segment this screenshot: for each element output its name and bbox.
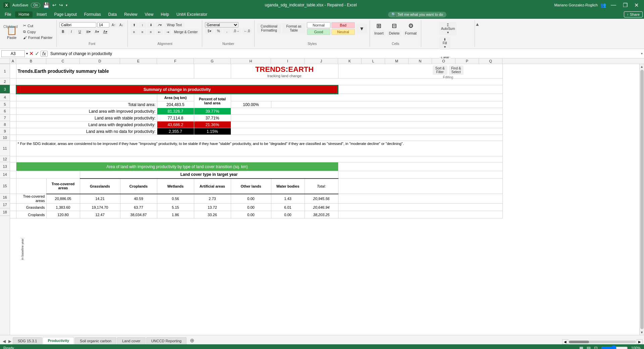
cell-land-cover-header[interactable]: Land cover type in target year [80,171,338,179]
cell-c15-header[interactable]: Tree-covered areas [46,179,80,194]
cell-h8-rest[interactable] [231,121,502,128]
autosave-toggle[interactable]: On [31,3,40,8]
cell-f7[interactable]: 77,114.8 [157,115,194,121]
col-header-c[interactable]: C [46,58,80,64]
cell-k18-rest[interactable] [338,211,502,218]
format-button[interactable]: Format [403,30,418,36]
sheet-nav-left[interactable]: ◀ [1,338,7,344]
align-bottom-button[interactable]: ⬇ [147,22,155,28]
row-num-15[interactable]: 15 [0,178,10,194]
cell-d16[interactable]: 14.21 [80,194,120,204]
zoom-slider[interactable] [601,345,628,349]
row-num-8[interactable]: 8 [0,121,10,128]
cell-b12-rest[interactable] [16,156,502,162]
grid-area[interactable]: Trends.Earth productivity summary table … [10,64,639,335]
vertical-scrollbar[interactable]: ▲ ▼ [639,64,644,335]
col-header-n[interactable]: N [409,58,432,64]
menu-help[interactable]: Help [157,11,172,17]
cell-k17-rest[interactable] [338,204,502,211]
cell-f17[interactable]: 5.15 [157,204,194,211]
formula-input[interactable]: Summary of change in productivity [49,51,640,57]
font-size-input[interactable] [97,22,109,28]
col-header-l[interactable]: L [362,58,385,64]
number-format-select[interactable]: General Number Currency Percentage [205,22,238,28]
cell-e5-label[interactable]: Total land area: [16,101,157,108]
comma-button[interactable]: , [223,28,230,34]
col-header-e[interactable]: E [120,58,157,64]
fill-button[interactable]: ⬇ Fill ▾ [439,37,450,50]
formula-cancel-icon[interactable]: ✕ [29,50,34,57]
redo-icon[interactable]: ↪ [59,2,63,8]
menu-home[interactable]: Home [15,11,33,17]
h-scroll-right[interactable]: ▶ [637,339,643,344]
cell-summary-header[interactable]: Summary of change in productivity [16,85,338,94]
cell-a9[interactable] [10,128,16,135]
cell-j18[interactable]: 38,203.25 [305,211,338,218]
cell-note[interactable]: * For the SDG indicator, areas are consi… [16,141,502,156]
scroll-up-button[interactable]: ▲ [640,64,644,69]
conditional-formatting-button[interactable]: Conditional Formatting [257,23,281,34]
col-header-g[interactable]: G [194,58,231,64]
cell-h6-rest[interactable] [231,108,502,115]
tab-productivity[interactable]: Productivity [43,337,74,344]
cell-j17[interactable]: 20,646.94 [305,204,338,211]
row-num-4[interactable]: 4 [0,94,10,101]
sheet-nav-right[interactable]: ▶ [7,338,13,344]
cell-a12[interactable] [10,156,16,162]
cell-g7[interactable]: 37.71% [194,115,231,121]
col-header-h[interactable]: H [231,58,271,64]
cell-a11[interactable] [10,141,16,156]
cell-reference-box[interactable]: A3 [1,50,25,57]
row-num-17[interactable]: 17 [0,201,10,208]
cell-a4[interactable] [10,94,16,101]
row-num-7[interactable]: 7 [0,114,10,121]
cell-g9[interactable]: 1.15% [194,128,231,135]
cell-h17[interactable]: 0.00 [231,204,271,211]
row-num-16[interactable]: 16 [0,194,10,201]
cell-c17[interactable]: 1,383.60 [46,204,80,211]
cell-b14[interactable] [16,171,80,179]
cell-j15[interactable]: Total: [305,179,338,194]
ribbon-collapse-button[interactable]: ▲ [475,21,480,27]
orientation-button[interactable]: ↗▾ [156,22,163,28]
cell-e16[interactable]: 40.59 [120,194,157,204]
menu-formulas[interactable]: Formulas [81,11,104,17]
cell-a3[interactable] [10,85,16,94]
cell-i17[interactable]: 6.01 [271,204,305,211]
cell-e7-label[interactable]: Land area with stable productivity: [16,115,157,121]
undo-icon[interactable]: ↩ [52,2,56,8]
cell-a13[interactable] [10,162,16,171]
decrease-font-button[interactable]: A↓ [118,22,125,28]
cell-f4[interactable]: Area (sq km) [157,94,194,101]
cell-a7[interactable] [10,115,16,121]
cell-g6[interactable]: 39.77% [194,108,231,115]
cell-a14[interactable] [10,171,16,179]
row-num-13[interactable]: 13 [0,162,10,171]
cell-i15[interactable]: Water bodies [271,179,305,194]
cell-a18[interactable] [10,211,16,218]
select-all-button[interactable] [0,58,10,64]
cell-k14-rest[interactable] [338,171,502,179]
tab-unccd[interactable]: UNCCD Reporting [146,337,186,344]
col-header-p[interactable]: P [455,58,479,64]
increase-font-button[interactable]: A↑ [110,22,117,28]
format-painter-button[interactable]: 🖌 Format Painter [21,35,54,40]
row-num-12[interactable]: 12 [0,156,10,162]
align-left-button[interactable]: ≡ [130,29,138,35]
cell-f8[interactable]: 43,686.2 [157,121,194,128]
h-scroll-track[interactable] [569,341,636,343]
cell-f18[interactable]: 1.86 [157,211,194,218]
cell-b17[interactable]: Grasslands [16,204,46,211]
cell-c18[interactable]: 120.80 [46,211,80,218]
cell-e18[interactable]: 38,034.87 [120,211,157,218]
cell-g8[interactable]: 21.36% [194,121,231,128]
cell-b10-rest[interactable] [16,135,502,141]
cell-g17[interactable]: 13.72 [194,204,231,211]
cell-h9-rest[interactable] [231,128,502,135]
row-num-14[interactable]: 14 [0,171,10,178]
row-num-10[interactable]: 10 [0,135,10,141]
row-num-6[interactable]: 6 [0,108,10,114]
cell-k3-rest[interactable] [338,85,502,94]
formula-confirm-icon[interactable]: ✓ [35,50,39,57]
indent-increase-button[interactable]: ⇥ [164,29,171,35]
